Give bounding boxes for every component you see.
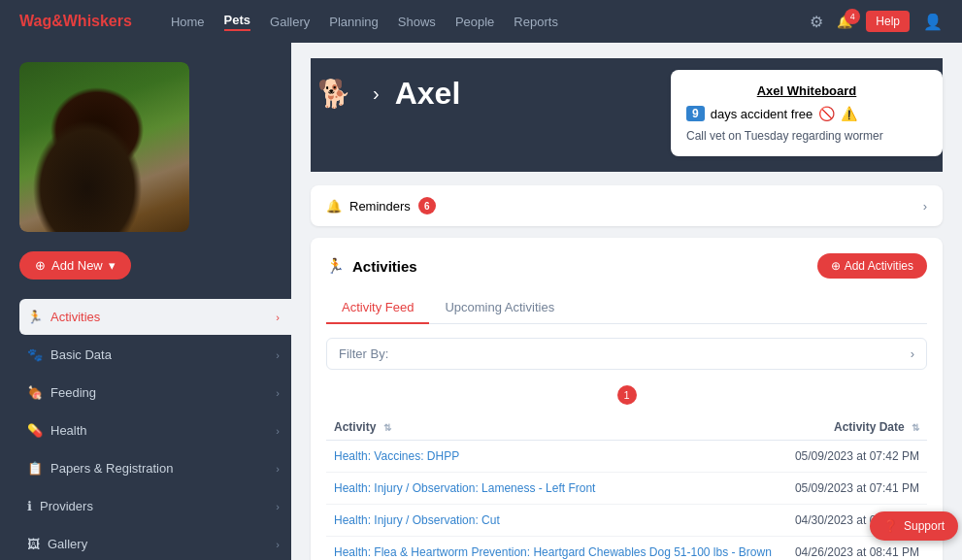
user-profile-icon[interactable]: 👤 [923,13,943,31]
sidebar-activities-label: Activities [50,310,100,324]
activity-cell: Health: Injury / Observation: Lameness -… [326,473,785,505]
activity-table: Activity ⇅ Activity Date ⇅ Health: Vacci… [326,414,927,560]
tab-upcoming-activities[interactable]: Upcoming Activities [429,292,570,324]
sidebar-item-feeding[interactable]: 🍖 Feeding › [19,375,291,411]
table-row: Health: Injury / Observation: Cut04/30/2… [326,505,927,537]
nav-pets[interactable]: Pets [224,13,250,31]
pet-name: Axel [395,76,461,112]
support-button[interactable]: ❓ Support [870,511,958,541]
health-chevron-icon: › [276,425,280,437]
activities-icon: 🏃 [27,310,43,324]
days-count-badge: 9 [686,106,705,121]
sidebar-health-label: Health [50,423,87,438]
providers-icon: ℹ [27,499,32,513]
table-header-date: Activity Date ⇅ [785,414,927,441]
activity-date-cell: 05/09/2023 at 07:42 PM [785,441,927,473]
pet-header-arrow: › [373,82,380,105]
filter-chevron-icon: › [911,346,914,361]
sidebar-feeding-label: Feeding [50,385,96,400]
health-icon: 💊 [27,423,43,438]
filter-bar[interactable]: Filter By: › [326,338,927,370]
basic-data-icon: 🐾 [27,347,43,362]
activity-link[interactable]: Health: Injury / Observation: Cut [334,513,500,527]
reminders-label: Reminders [349,199,411,214]
papers-chevron-icon: › [276,463,280,475]
activities-header: 🏃 Activities ⊕ Add Activities [326,253,927,279]
sidebar-item-papers-registration[interactable]: 📋 Papers & Registration › [19,450,291,486]
activity-cell: Health: Flea & Heartworm Prevention: Hea… [326,537,785,561]
table-row: Health: Injury / Observation: Lameness -… [326,473,927,505]
activities-section-icon: 🏃 [326,257,345,275]
nav-right: ⚙ 🔔 4 Help 👤 [810,11,943,32]
tab-activity-feed[interactable]: Activity Feed [326,292,429,324]
activity-date-cell: 05/09/2023 at 07:41 PM [785,473,927,505]
sidebar-gallery-label: Gallery [48,537,87,551]
reminders-bar[interactable]: 🔔 Reminders 6 › [311,185,943,226]
support-icon: ❓ [883,519,898,533]
sidebar-papers-label: Papers & Registration [50,461,173,476]
sidebar-item-health[interactable]: 💊 Health › [19,412,291,448]
activity-sort-icon[interactable]: ⇅ [383,422,391,433]
notification-count: 4 [845,9,860,24]
pet-breed-icon: 🐕 [311,70,357,116]
warning-icon: ⚠️ [841,106,857,121]
activity-link[interactable]: Health: Vaccines: DHPP [334,449,459,463]
sidebar-basic-data-label: Basic Data [50,347,112,362]
nav-gallery[interactable]: Gallery [270,15,310,29]
reminders-icon: 🔔 [326,199,342,214]
nav-shows[interactable]: Shows [398,15,436,29]
sidebar-item-gallery[interactable]: 🖼 Gallery › [19,526,291,560]
pagination-current: 1 [617,385,637,405]
sidebar-providers-label: Providers [40,499,93,513]
reminders-chevron-icon: › [923,199,927,214]
support-label: Support [904,519,945,533]
pet-header: 🐕 › Axel [311,70,655,116]
whiteboard-days: 9 days accident free 🚫 ⚠️ [686,106,927,121]
whiteboard-title: Axel Whiteboard [686,83,927,98]
add-activities-label: Add Activities [845,259,913,273]
whiteboard-note: Call vet on Tuesday regarding wormer [686,129,927,143]
main-layout: ⊕ Add New ▾ 🏃 Activities › 🐾 Basic Data … [0,43,962,560]
add-new-button[interactable]: ⊕ Add New ▾ [19,251,131,280]
top-navigation: Wag&Whiskers Home Pets Gallery Planning … [0,0,962,43]
reminders-count-badge: 6 [418,197,436,214]
help-button[interactable]: Help [866,11,910,32]
brand-accent: & [51,13,63,29]
table-row: Health: Flea & Heartworm Prevention: Hea… [326,537,927,561]
sidebar-item-activities[interactable]: 🏃 Activities › [19,299,291,335]
activity-link[interactable]: Health: Flea & Heartworm Prevention: Hea… [334,545,772,559]
sidebar-item-providers[interactable]: ℹ Providers › [19,488,291,524]
dog-image [19,62,189,232]
activities-title: 🏃 Activities [326,257,417,275]
add-new-plus-icon: ⊕ [35,258,46,273]
pagination: 1 [326,385,927,405]
date-sort-icon[interactable]: ⇅ [912,422,919,433]
pet-header-area: 🐕 › Axel Axel Whiteboard 9 days accident… [311,58,943,172]
activities-section-label: Activities [352,258,417,275]
nav-reports[interactable]: Reports [514,15,558,29]
pet-photo [19,62,189,232]
papers-icon: 📋 [27,461,43,476]
activities-section: 🏃 Activities ⊕ Add Activities Activity F… [311,238,943,560]
nav-planning[interactable]: Planning [329,15,379,29]
nav-home[interactable]: Home [171,15,205,29]
left-sidebar: ⊕ Add New ▾ 🏃 Activities › 🐾 Basic Data … [0,43,291,560]
settings-icon[interactable]: ⚙ [810,13,823,31]
notification-bell[interactable]: 🔔 4 [837,15,852,29]
feeding-chevron-icon: › [276,387,280,399]
right-content: 🐕 › Axel Axel Whiteboard 9 days accident… [291,43,962,560]
nav-links: Home Pets Gallery Planning Shows People … [171,13,786,31]
nav-people[interactable]: People [455,15,494,29]
sidebar-menu: 🏃 Activities › 🐾 Basic Data › 🍖 Feeding … [19,299,291,560]
feeding-icon: 🍖 [27,385,43,400]
sidebar-item-basic-data[interactable]: 🐾 Basic Data › [19,337,291,373]
gallery-icon: 🖼 [27,537,40,551]
activity-link[interactable]: Health: Injury / Observation: Lameness -… [334,481,595,495]
brand-name-part1: Wag [19,13,51,29]
add-activities-button[interactable]: ⊕ Add Activities [817,253,927,279]
filter-label: Filter By: [339,346,388,361]
add-new-chevron: ▾ [109,258,116,273]
add-new-label: Add New [51,258,103,273]
table-header-activity: Activity ⇅ [326,414,785,441]
no-entry-icon: 🚫 [818,106,835,121]
